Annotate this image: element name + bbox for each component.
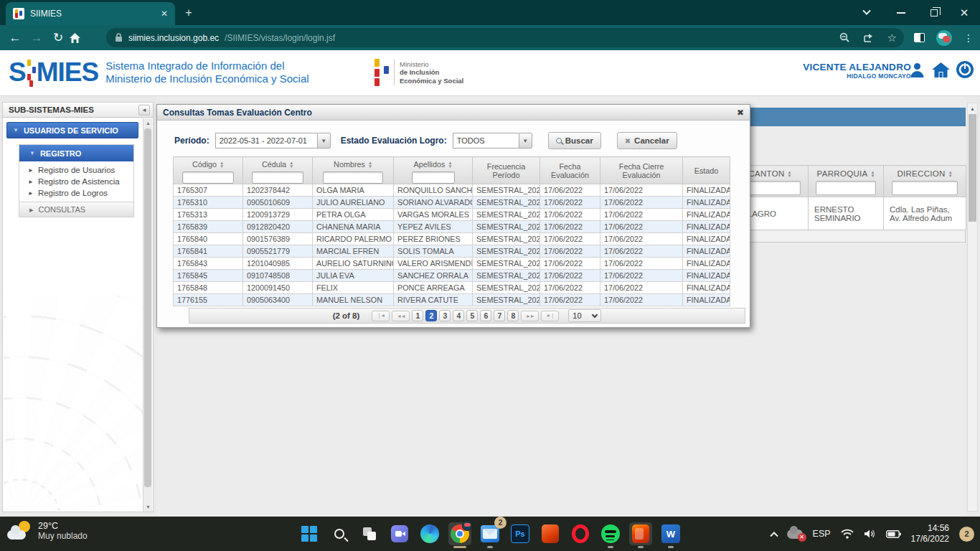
- scroll-up-icon[interactable]: ▲: [968, 103, 977, 113]
- onedrive-error-icon[interactable]: ✕: [787, 529, 803, 539]
- menu-registro[interactable]: ▼ REGISTRO: [19, 145, 133, 161]
- zoom-icon[interactable]: [839, 32, 850, 43]
- page-button-1[interactable]: 1: [412, 310, 423, 321]
- cancelar-button[interactable]: ✖ Cancelar: [617, 132, 677, 149]
- home-nav-icon[interactable]: [931, 61, 951, 79]
- search-button[interactable]: [328, 522, 351, 545]
- tray-expand-icon[interactable]: [770, 532, 778, 540]
- profile-avatar[interactable]: [936, 30, 952, 46]
- table-row[interactable]: 17653071202378442OLGA MARIARONQUILLO SAN…: [174, 184, 730, 197]
- scroll-down-icon[interactable]: ▼: [143, 502, 153, 512]
- url-bar[interactable]: siimies.inclusion.gob.ec/SIIMIES/vistas/…: [106, 28, 904, 47]
- chevron-down-icon[interactable]: ▼: [317, 133, 331, 149]
- scrollbar-thumb[interactable]: [144, 128, 151, 487]
- logout-power-icon[interactable]: [956, 60, 974, 79]
- table-row[interactable]: 17658450910748508JULIA EVASANCHEZ ORRALA…: [174, 270, 730, 282]
- forward-icon[interactable]: →: [26, 31, 47, 45]
- modal-close-icon[interactable]: ✖: [737, 108, 744, 118]
- page-button-4[interactable]: 4: [453, 310, 464, 321]
- browser-tab[interactable]: SIIMIES ✕: [6, 2, 175, 25]
- battery-icon[interactable]: [886, 530, 901, 538]
- sort-icon[interactable]: ▲▼: [289, 161, 293, 169]
- profile-icon[interactable]: [908, 61, 926, 79]
- bg-direccion-filter-input[interactable]: [892, 181, 957, 195]
- chevron-down-icon[interactable]: ▼: [519, 133, 532, 149]
- word-icon[interactable]: W: [659, 522, 682, 545]
- menu-usuarios-de-servicio[interactable]: ▼ USUARIOS DE SERVICIO: [6, 122, 138, 138]
- bookmark-star-icon[interactable]: ☆: [887, 32, 897, 44]
- table-row[interactable]: 17761550905063400MANUEL NELSONRIVERA CAT…: [174, 294, 730, 306]
- page-button-7[interactable]: 7: [494, 310, 505, 321]
- sort-icon[interactable]: ▲▼: [368, 161, 372, 169]
- edge-icon[interactable]: [418, 522, 441, 545]
- table-row[interactable]: 17653100905010609JULIO AURELIANOSORIANO …: [174, 197, 730, 209]
- scrollbar-thumb[interactable]: [969, 114, 976, 222]
- clock[interactable]: 14:56 17/6/2022: [911, 523, 949, 545]
- sidebar-item-registro-logros[interactable]: ►Registro de Logros: [24, 187, 133, 199]
- buscar-button[interactable]: Buscar: [548, 132, 601, 149]
- table-row[interactable]: 17658390912820420CHANENA MARIAYEPEZ AVIL…: [174, 221, 730, 233]
- next-page-button[interactable]: ►►: [521, 311, 539, 321]
- modal-titlebar[interactable]: Consultas Tomas Evaluación Centro ✖: [157, 105, 750, 121]
- table-row[interactable]: 17658481200091450FELIXPONCE ARREAGASEMES…: [174, 282, 730, 294]
- new-tab-button[interactable]: +: [185, 6, 192, 20]
- sidebar-item-registro-asistencia[interactable]: ►Registro de Asistencia: [24, 176, 133, 187]
- scroll-up-icon[interactable]: ▲: [143, 118, 153, 128]
- language-indicator[interactable]: ESP: [813, 529, 831, 539]
- page-button-5[interactable]: 5: [466, 310, 478, 321]
- codigo-filter-input[interactable]: [182, 171, 234, 184]
- volume-icon[interactable]: [864, 529, 876, 539]
- share-icon[interactable]: [863, 33, 875, 43]
- weather-widget[interactable]: 29°C Muy nublado: [7, 520, 88, 542]
- table-row[interactable]: 17658431201040985AURELIO SATURNINOVALERO…: [174, 258, 730, 270]
- page-button-8[interactable]: 8: [507, 310, 519, 321]
- rows-per-page-dropdown[interactable]: 10: [568, 309, 601, 322]
- tab-search-icon[interactable]: [851, 0, 882, 25]
- bg-col-parroquia[interactable]: PARROQUIA▲▼: [809, 166, 884, 197]
- side-panel-icon[interactable]: [914, 33, 925, 42]
- reload-icon[interactable]: ↻: [47, 30, 69, 45]
- menu-consultas[interactable]: ▸CONSULTAS: [19, 202, 133, 217]
- bg-col-direccion[interactable]: DIRECCION▲▼: [884, 166, 966, 197]
- teams-chat-icon[interactable]: [388, 522, 411, 545]
- mail-icon[interactable]: 2: [479, 522, 501, 545]
- table-row[interactable]: 17658410905521779MARCIAL EFRENSOLIS TOMA…: [174, 245, 730, 258]
- col-nombres[interactable]: Nombres▲▼: [313, 157, 394, 184]
- table-row[interactable]: 17653131200913729PETRA OLGAVARGAS MORALE…: [174, 209, 730, 221]
- sidebar-scrollbar[interactable]: ▲ ▼: [143, 118, 152, 512]
- first-page-button[interactable]: ❘◄: [372, 311, 390, 321]
- page-button-6[interactable]: 6: [480, 310, 491, 321]
- office-icon[interactable]: [629, 522, 652, 545]
- task-view-button[interactable]: [358, 522, 381, 545]
- table-row[interactable]: 17658400901576389RICARDO PALERMOPEREZ BR…: [174, 233, 730, 245]
- sidebar-item-registro-usuarios[interactable]: ►Registro de Usuarios: [24, 164, 133, 176]
- browser-menu-icon[interactable]: ⋮: [963, 32, 974, 44]
- periodo-dropdown[interactable]: 2022-05-31 - 2022-07-01 ▼: [215, 133, 331, 149]
- chrome-icon[interactable]: [448, 522, 471, 545]
- bg-parroquia-filter-input[interactable]: [816, 181, 875, 195]
- office-mobile-icon[interactable]: [539, 522, 562, 545]
- start-button[interactable]: [298, 522, 321, 545]
- sort-icon[interactable]: ▲▼: [220, 161, 224, 169]
- back-icon[interactable]: ←: [4, 31, 26, 45]
- close-window-button[interactable]: ✕: [948, 0, 980, 25]
- apellidos-filter-input[interactable]: [412, 171, 455, 184]
- col-codigo[interactable]: Código▲▼: [174, 157, 243, 184]
- spotify-icon[interactable]: [599, 522, 622, 545]
- opera-icon[interactable]: [569, 522, 592, 545]
- col-apellidos[interactable]: Apellidos▲▼: [394, 157, 473, 184]
- nombres-filter-input[interactable]: [323, 171, 383, 184]
- home-icon[interactable]: [69, 32, 90, 44]
- page-scrollbar[interactable]: ▲: [967, 103, 978, 512]
- tab-close-icon[interactable]: ✕: [161, 9, 168, 19]
- minimize-button[interactable]: [885, 0, 917, 25]
- sort-icon[interactable]: ▲▼: [448, 161, 452, 169]
- prev-page-button[interactable]: ◄◄: [392, 311, 410, 321]
- col-cedula[interactable]: Cédula▲▼: [243, 157, 313, 184]
- restore-button[interactable]: [918, 0, 950, 25]
- page-button-2[interactable]: 2: [425, 310, 437, 321]
- cedula-filter-input[interactable]: [252, 171, 303, 184]
- photoshop-icon[interactable]: Ps: [509, 522, 532, 545]
- page-button-3[interactable]: 3: [439, 310, 451, 321]
- estado-dropdown[interactable]: TODOS ▼: [453, 133, 532, 149]
